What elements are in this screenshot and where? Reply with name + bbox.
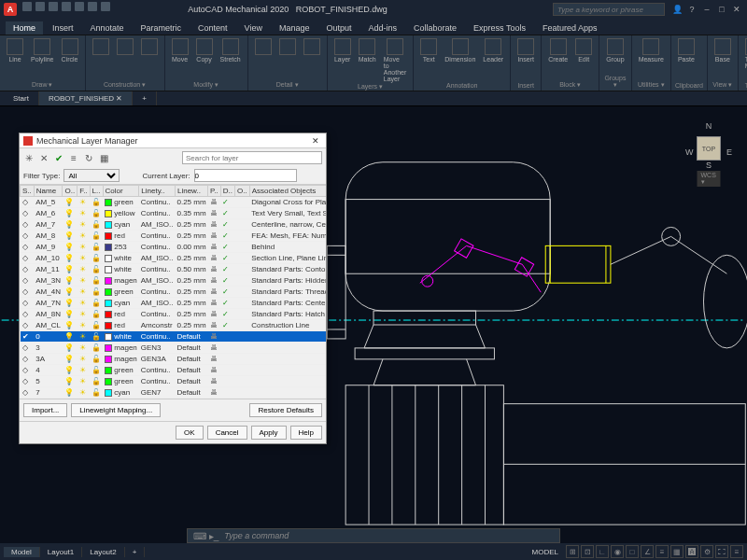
linetype-cell[interactable]: AM_ISO.. — [139, 298, 176, 309]
linetype-cell[interactable]: Continu.. — [139, 197, 176, 208]
lock-icon[interactable]: 🔓 — [92, 198, 101, 206]
linetype-cell[interactable]: Continu.. — [139, 331, 176, 343]
lineweight-cell[interactable]: 0.00 mm — [175, 242, 207, 253]
color-swatch[interactable] — [105, 322, 112, 329]
ribbon-tab-manage[interactable]: Manage — [272, 21, 317, 35]
on-icon[interactable]: 💡 — [64, 220, 74, 229]
panel-label[interactable]: Insert — [514, 82, 537, 89]
plot-icon[interactable]: 🖶 — [210, 209, 218, 217]
color-swatch[interactable] — [105, 367, 112, 374]
dialog-titlebar[interactable]: Mechanical Layer Manager ✕ — [20, 133, 326, 148]
qa-saveas-icon[interactable] — [62, 2, 71, 11]
qa-redo-icon[interactable] — [101, 2, 110, 11]
ribbon-btn-icon[interactable] — [276, 37, 299, 57]
lock-icon[interactable]: 🔓 — [92, 366, 101, 374]
on-icon[interactable]: 💡 — [64, 321, 74, 329]
color-swatch[interactable] — [105, 378, 112, 385]
refresh-icon[interactable]: ↻ — [83, 152, 94, 163]
linetype-cell[interactable]: Continu.. — [139, 231, 176, 242]
freeze-icon[interactable]: ☀ — [79, 332, 86, 341]
lineweight-cell[interactable]: Default — [175, 387, 207, 399]
help-icon[interactable]: ? — [685, 4, 698, 15]
layout-tab-model[interactable]: Model — [4, 547, 40, 557]
on-icon[interactable]: 💡 — [64, 310, 74, 318]
layout-tab-layout2[interactable]: Layout2 — [82, 547, 124, 557]
on-icon[interactable]: 💡 — [64, 254, 74, 262]
plot-icon[interactable]: 🖶 — [210, 343, 218, 352]
ribbon-btn-icon[interactable] — [252, 37, 275, 57]
layer-row[interactable]: ◇AM_11💡☀🔓 whiteContinu..0.50 mm🖶✓Standar… — [21, 264, 327, 275]
lock-icon[interactable]: 🔓 — [92, 377, 101, 385]
lock-icon[interactable]: 🔓 — [92, 355, 101, 363]
ribbon-tab-insert[interactable]: Insert — [45, 21, 81, 35]
col-linety[interactable]: Linety.. — [139, 186, 176, 197]
lock-icon[interactable]: 🔓 — [92, 265, 101, 273]
plot-icon[interactable]: 🖶 — [210, 254, 218, 262]
viewcube-west[interactable]: W — [685, 147, 694, 157]
ribbon-tab-output[interactable]: Output — [319, 21, 359, 35]
plot-icon[interactable]: 🖶 — [210, 198, 218, 206]
freeze-icon[interactable]: ☀ — [79, 231, 86, 240]
qa-save-icon[interactable] — [49, 2, 58, 11]
import-button[interactable]: Import... — [23, 403, 67, 417]
color-swatch[interactable] — [105, 221, 112, 229]
command-line[interactable]: ⌨ ▸_ Type a command — [187, 528, 560, 543]
workspace-icon[interactable]: ⚙ — [700, 545, 713, 558]
panel-label[interactable]: Draw ▾ — [4, 81, 81, 89]
ribbon-btn-leader[interactable]: Leader — [480, 37, 506, 63]
ribbon-btn-copy[interactable]: Copy — [193, 37, 216, 63]
lineweight-cell[interactable]: 0.25 mm — [175, 309, 207, 320]
lineweight-cell[interactable]: 0.25 mm — [175, 197, 207, 208]
on-icon[interactable]: 💡 — [64, 366, 74, 374]
plot-icon[interactable]: 🖶 — [210, 276, 218, 285]
grid-icon[interactable]: ⊞ — [566, 545, 579, 558]
lineweight-cell[interactable]: 0.25 mm — [175, 253, 207, 264]
freeze-icon[interactable]: ☀ — [79, 254, 86, 262]
lineweight-cell[interactable]: 0.25 mm — [175, 231, 207, 242]
lock-icon[interactable]: 🔓 — [92, 209, 101, 217]
set-current-icon[interactable]: ✔ — [53, 152, 64, 163]
plot-icon[interactable]: 🖶 — [210, 366, 218, 374]
viewcube-wcs[interactable]: WCS ▾ — [698, 171, 721, 187]
lineweight-cell[interactable]: 0.50 mm — [175, 264, 207, 275]
cancel-button[interactable]: Cancel — [207, 426, 247, 440]
freeze-icon[interactable]: ☀ — [79, 388, 86, 397]
signin-icon[interactable]: 👤 — [670, 4, 684, 15]
qa-plot-icon[interactable] — [75, 2, 84, 11]
linetype-cell[interactable]: Continu.. — [139, 287, 176, 298]
panel-label[interactable]: Layers ▾ — [331, 83, 410, 91]
lock-icon[interactable]: 🔓 — [92, 287, 101, 296]
filter-type-select[interactable]: All — [63, 169, 120, 182]
freeze-icon[interactable]: ☀ — [79, 343, 86, 352]
layer-row[interactable]: ◇AM_7💡☀🔓 cyanAM_ISO..0.25 mm🖶✓Centerline… — [21, 219, 327, 231]
layer-row[interactable]: ◇3💡☀🔓 magenGEN3Default🖶 — [21, 343, 327, 354]
viewcube-face[interactable]: TOP — [697, 136, 721, 161]
col-linew[interactable]: Linew.. — [175, 186, 207, 197]
ribbon-btn-icon[interactable] — [90, 37, 112, 57]
layer-search-input[interactable] — [182, 151, 322, 164]
customize-icon[interactable]: ≡ — [730, 545, 743, 558]
color-swatch[interactable] — [105, 356, 112, 363]
doc-tab-start[interactable]: Start — [4, 91, 39, 105]
ribbon-btn-group[interactable]: Group — [603, 37, 627, 63]
doc-tab-robot_finished[interactable]: ROBOT_FINISHED ✕ — [39, 91, 133, 105]
lineweight-icon[interactable]: ≡ — [655, 545, 669, 558]
lineweight-cell[interactable]: Default — [175, 354, 207, 365]
layer-row[interactable]: ✔0💡☀🔓 whiteContinu..Default🖶 — [21, 331, 327, 343]
color-swatch[interactable] — [105, 244, 112, 251]
on-icon[interactable]: 💡 — [64, 299, 74, 307]
plot-icon[interactable]: 🖶 — [210, 355, 218, 363]
otrack-icon[interactable]: ∠ — [641, 545, 654, 558]
plot-icon[interactable]: 🖶 — [210, 321, 218, 329]
color-swatch[interactable] — [105, 210, 112, 217]
model-space-label[interactable]: MODEL — [532, 548, 558, 556]
ribbon-tab-add-ins[interactable]: Add-ins — [361, 21, 405, 35]
layer-row[interactable]: ◇3A💡☀🔓 magenGEN3ADefault🖶 — [21, 354, 327, 365]
ribbon-btn-text[interactable]: Text — [417, 37, 440, 63]
plot-icon[interactable]: 🖶 — [210, 220, 218, 229]
dialog-close-icon[interactable]: ✕ — [309, 136, 322, 146]
freeze-icon[interactable]: ☀ — [79, 243, 86, 251]
lineweight-mapping-button[interactable]: Lineweight Mapping... — [71, 403, 161, 417]
delete-layer-icon[interactable]: ✕ — [38, 152, 49, 163]
col-l[interactable]: L.. — [90, 186, 103, 197]
